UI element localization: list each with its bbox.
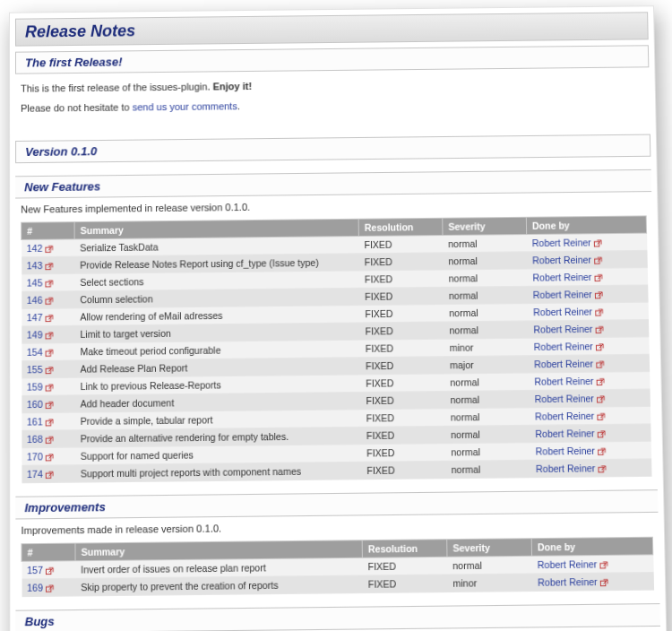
issue-id-link[interactable]: 157: [27, 565, 43, 576]
issue-resolution: FIXED: [361, 444, 446, 462]
issue-resolution: FIXED: [360, 374, 444, 392]
doneby-link[interactable]: Robert Reiner: [532, 255, 591, 266]
release-notes-sheet: Release Notes The first Release! This is…: [9, 5, 669, 631]
improvements-caption: Improvements made in release version 0.1…: [21, 518, 652, 536]
svg-rect-0: [46, 247, 50, 253]
doneby-link[interactable]: Robert Reiner: [536, 445, 595, 457]
issue-id-link[interactable]: 174: [27, 469, 43, 480]
svg-rect-14: [46, 368, 50, 374]
svg-rect-27: [599, 467, 604, 472]
improvements-heading: Improvements: [15, 489, 658, 519]
svg-rect-5: [595, 276, 600, 281]
issue-severity: normal: [445, 425, 530, 443]
svg-rect-6: [46, 299, 50, 305]
doneby-link[interactable]: Robert Reiner: [532, 237, 591, 248]
doneby-link[interactable]: Robert Reiner: [533, 324, 592, 335]
issue-resolution: FIXED: [360, 391, 444, 409]
external-link-icon: [598, 430, 606, 438]
external-link-icon: [600, 578, 608, 586]
doneby-link[interactable]: Robert Reiner: [535, 428, 594, 439]
external-link-icon: [45, 263, 53, 271]
doneby-link[interactable]: Robert Reiner: [535, 393, 594, 404]
new-features-caption: New Features implemented in release vers…: [21, 197, 646, 214]
issue-id-link[interactable]: 146: [27, 295, 43, 306]
external-link-icon: [599, 561, 607, 569]
send-comments-link[interactable]: send us your comments: [133, 100, 237, 112]
external-link-icon: [45, 280, 53, 288]
issue-severity: normal: [443, 235, 527, 253]
issue-id-link[interactable]: 147: [27, 312, 43, 323]
external-link-icon: [595, 308, 603, 316]
svg-rect-17: [597, 380, 602, 385]
issue-summary: Support multi project reports with compo…: [75, 462, 362, 482]
external-link-icon: [597, 395, 605, 403]
doneby-link[interactable]: Robert Reiner: [534, 341, 593, 352]
external-link-icon: [46, 471, 54, 479]
svg-rect-8: [46, 316, 50, 322]
svg-rect-12: [46, 351, 50, 357]
doneby-link[interactable]: Robert Reiner: [535, 411, 594, 422]
issue-resolution: FIXED: [360, 339, 444, 357]
issue-id-link[interactable]: 143: [27, 260, 43, 271]
issue-severity: normal: [444, 304, 528, 322]
svg-rect-28: [46, 569, 51, 575]
external-link-icon: [46, 384, 54, 392]
issue-id-link[interactable]: 159: [27, 381, 43, 392]
issue-id-link[interactable]: 145: [27, 277, 43, 288]
issue-id-link[interactable]: 142: [27, 243, 43, 254]
external-link-icon: [595, 291, 603, 299]
issue-severity: normal: [445, 408, 530, 426]
first-release-intro-1: This is the first release of the issues-…: [21, 76, 644, 93]
issue-resolution: FIXED: [358, 236, 443, 254]
issue-id-link[interactable]: 160: [27, 399, 43, 410]
issue-id-link[interactable]: 168: [27, 434, 43, 445]
svg-rect-2: [46, 264, 50, 270]
svg-rect-21: [598, 415, 603, 420]
new-features-table: # Summary Resolution Severity Done by 14…: [21, 215, 651, 483]
issue-resolution: FIXED: [362, 557, 447, 575]
issue-resolution: FIXED: [359, 270, 444, 288]
issue-resolution: FIXED: [363, 575, 448, 593]
external-link-icon: [46, 436, 54, 444]
first-release-heading: The first Release!: [15, 45, 649, 73]
external-link-icon: [596, 360, 604, 368]
bugs-heading: Bugs: [15, 603, 660, 631]
external-link-icon: [46, 566, 54, 575]
issue-id-link[interactable]: 169: [27, 582, 43, 593]
svg-rect-15: [597, 362, 602, 367]
doneby-link[interactable]: Robert Reiner: [538, 576, 598, 588]
external-link-icon: [46, 297, 54, 305]
external-link-icon: [594, 256, 602, 264]
issue-id-link[interactable]: 161: [27, 416, 43, 427]
doneby-link[interactable]: Robert Reiner: [533, 289, 592, 300]
doneby-link[interactable]: Robert Reiner: [532, 272, 591, 283]
issue-resolution: FIXED: [361, 426, 445, 444]
col-doneby: Done by: [526, 216, 646, 235]
svg-rect-26: [46, 473, 50, 479]
improvements-table: # Summary Resolution Severity Done by 15…: [21, 537, 654, 597]
issue-id-link[interactable]: 170: [27, 451, 43, 462]
svg-rect-31: [600, 581, 606, 586]
issue-id-link[interactable]: 154: [27, 347, 43, 358]
page-title: Release Notes: [15, 12, 649, 46]
svg-rect-11: [596, 328, 601, 333]
doneby-link[interactable]: Robert Reiner: [533, 306, 592, 317]
svg-rect-19: [597, 397, 602, 402]
svg-rect-4: [46, 281, 50, 287]
external-link-icon: [45, 245, 53, 253]
issue-id-link[interactable]: 155: [27, 364, 43, 375]
issue-resolution: FIXED: [359, 322, 444, 340]
svg-rect-24: [46, 455, 50, 461]
issue-severity: normal: [445, 443, 530, 461]
doneby-link[interactable]: Robert Reiner: [538, 558, 598, 570]
doneby-link[interactable]: Robert Reiner: [534, 376, 593, 387]
doneby-link[interactable]: Robert Reiner: [534, 358, 593, 369]
issue-resolution: FIXED: [360, 357, 444, 375]
doneby-link[interactable]: Robert Reiner: [536, 462, 596, 474]
issue-id-link[interactable]: 149: [27, 329, 43, 340]
issue-severity: normal: [444, 321, 528, 339]
external-link-icon: [594, 273, 602, 281]
issue-severity: normal: [445, 460, 530, 479]
issue-severity: normal: [444, 269, 528, 287]
issue-severity: minor: [444, 338, 529, 356]
